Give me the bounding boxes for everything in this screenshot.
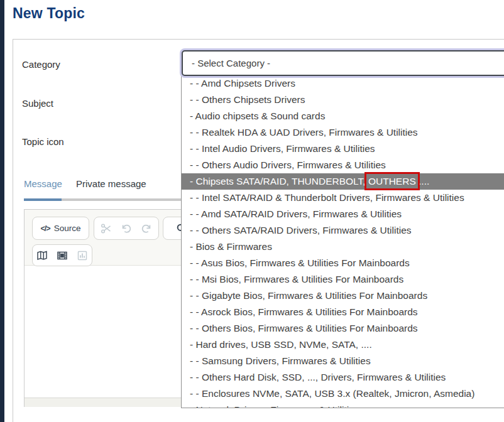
category-option[interactable]: - Bios & Firmwares [182, 239, 504, 255]
book-icon[interactable] [36, 250, 48, 261]
category-option[interactable]: - - Others Audio Drivers, Firmwares & Ut… [182, 157, 504, 173]
category-option[interactable]: - - Others Chipsets Drivers [182, 92, 504, 108]
left-accent-bar [0, 0, 4, 422]
category-option[interactable]: - - Asrock Bios, Firmwares & Utilities F… [182, 304, 504, 320]
category-option[interactable]: - Network Drivers, Firmwares & Utilities [182, 402, 504, 408]
media-icon[interactable] [57, 250, 68, 261]
category-option[interactable]: - - Gigabyte Bios, Firmwares & Utilities… [182, 288, 504, 304]
category-select-value: - Select Category - [192, 58, 270, 68]
annotated-word: OUTHERS [368, 176, 416, 187]
subject-label: Subject [22, 98, 53, 109]
category-label: Category [22, 59, 60, 70]
category-option[interactable]: - - Asus Bios, Firmwares & Utilities For… [182, 255, 504, 271]
category-option[interactable]: - - Others Hard Disk, SSD, ..., Drivers,… [182, 369, 504, 386]
category-option[interactable]: - - Others SATA/RAID Drivers, Firmwares … [182, 222, 504, 239]
category-option[interactable]: - Audio chipsets & Sound cards [182, 108, 504, 124]
category-option[interactable]: - - Amd SATA/RAID Drivers, Firmwares & U… [182, 206, 504, 222]
category-select[interactable]: - Select Category - [182, 50, 504, 76]
category-option[interactable]: - - Msi Bios, Firmwares & Utilities For … [182, 271, 504, 288]
topic-icon-label: Topic icon [22, 136, 64, 147]
redo-icon[interactable] [141, 223, 152, 234]
tab-message[interactable]: Message [24, 178, 62, 189]
toolbar-group-history [94, 217, 159, 240]
toolbar-group-insert [32, 244, 92, 266]
undo-icon[interactable] [121, 223, 132, 234]
category-option[interactable]: - - Samsung Drivers, Firmwares & Utiliti… [182, 353, 504, 369]
option-text-suffix: .... [416, 176, 430, 187]
category-option[interactable]: - Hard drives, USB SSD, NVMe, SATA, .... [182, 337, 504, 353]
chart-icon[interactable] [77, 250, 88, 261]
category-option[interactable]: - - Realtek HDA & UAD Drivers, Firmwares… [182, 124, 504, 141]
code-icon: </> [41, 224, 50, 233]
source-button[interactable]: </> Source [32, 217, 89, 240]
category-option[interactable]: - - Others Bios, Firmwares & Utilities F… [182, 320, 504, 337]
cut-icon[interactable] [101, 223, 112, 234]
category-option[interactable]: - Chipsets SATA/RAID, THUNDERBOLT, OUTHE… [182, 173, 504, 190]
active-tab-underline [24, 198, 62, 201]
category-option[interactable]: - - Enclosures NVMe, SATA, USB 3.x (Real… [182, 386, 504, 402]
category-dropdown-list: - - Amd Chipsets Drivers- - Others Chips… [181, 75, 504, 408]
tab-private-message[interactable]: Private message [76, 178, 146, 189]
source-button-label: Source [54, 224, 81, 233]
option-text-prefix: - Chipsets SATA/RAID, THUNDERBOLT, [190, 176, 368, 187]
category-option[interactable]: - - Intel Audio Drivers, Firmwares & Uti… [182, 141, 504, 157]
page-title: New Topic [13, 5, 85, 22]
category-option[interactable]: - - Intel SATA/RAID & Thunderbolt Driver… [182, 190, 504, 206]
category-option[interactable]: - - Amd Chipsets Drivers [182, 75, 504, 92]
